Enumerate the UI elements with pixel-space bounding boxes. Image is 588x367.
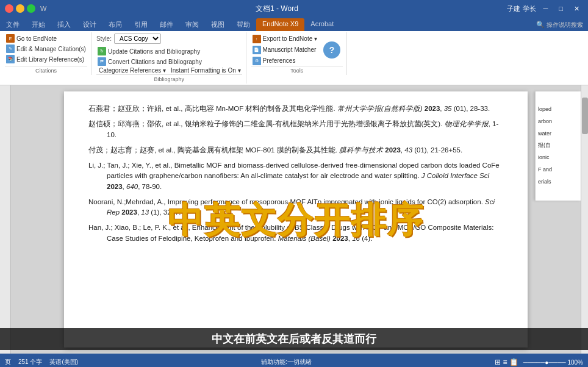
page-count: 页	[5, 358, 11, 366]
ref-item: Noorani, N.;Mehrdad, A., Improving perfo…	[88, 197, 503, 218]
minimize-btn[interactable]: ─	[540, 5, 552, 12]
status-center: 辅助功能:一切就绪	[261, 358, 312, 366]
bibliography-group: Style: ACS Copy ↻ Update Citations and B…	[94, 32, 246, 84]
tab-insert[interactable]: 插入	[51, 18, 77, 31]
vertical-scrollbar[interactable]	[581, 85, 588, 354]
user-name: 子建 学长	[507, 4, 536, 13]
search-icon: 🔍	[536, 21, 545, 29]
status-bar: 页 251 个字 英语(美国) 辅助功能:一切就绪 ⊞ ≡ 📋 ─────●──…	[0, 354, 588, 367]
edit-manage-citations-label: Edit & Manage Citation(s)	[16, 46, 86, 52]
year-vol: 2023	[425, 105, 440, 112]
accessibility-status: 辅助功能:一切就绪	[261, 358, 312, 366]
instant-format-label: Instant Formatting is On ▾	[171, 67, 241, 74]
manuscript-matcher-btn[interactable]: 📄 Manuscript Matcher	[251, 45, 319, 55]
close-btn[interactable]	[5, 4, 13, 13]
zoom-slider[interactable]: ─────●──── 100%	[523, 359, 583, 366]
snippet: loped	[538, 104, 578, 116]
snippet: 报(自	[538, 140, 578, 152]
manuscript-icon: 📄	[253, 46, 261, 54]
document-area: 石燕君；赵亚欣；许娟, et al., 高比电容 Mn-MOF 材料的制备及其电…	[0, 85, 588, 354]
goto-endnote-label: Go to EndNote	[16, 35, 57, 42]
manuscript-label: Manuscript Matcher	[263, 46, 317, 53]
view-icons: ⊞ ≡ 📋	[495, 358, 518, 366]
edit-library-label: Edit Library Reference(s)	[16, 56, 84, 63]
goto-endnote-btn[interactable]: E Go to EndNote	[5, 34, 87, 43]
window-close-btn[interactable]: ✕	[570, 5, 583, 13]
export-endnote-btn[interactable]: ↑ Export to EndNote ▾	[251, 34, 319, 44]
doc-scroll[interactable]: 石燕君；赵亚欣；许娟, et al., 高比电容 Mn-MOF 材料的制备及其电…	[11, 85, 581, 354]
journal-name: 膜科学与技术	[339, 146, 383, 154]
tab-help[interactable]: 帮助	[231, 18, 256, 31]
tab-mailings[interactable]: 邮件	[154, 18, 179, 31]
snippet: ionic	[538, 152, 578, 164]
convert-citations-btn[interactable]: ⇄ Convert Citations and Bibliography	[96, 57, 242, 66]
max-btn[interactable]	[27, 4, 35, 13]
ref-item: 赵信硕；邱海燕；邵依, et al., 银纳米粒子修饰的二维金属-有机框架纳米片…	[88, 119, 503, 140]
doc-page: 石燕君；赵亚欣；许娟, et al., 高比电容 Mn-MOF 材料的制备及其电…	[64, 91, 528, 347]
min-btn[interactable]	[16, 4, 24, 13]
preferences-label: Preferences	[263, 57, 296, 64]
convert-citations-label: Convert Citations and Bibliography	[108, 59, 202, 65]
citations-buttons: E Go to EndNote ✎ Edit & Manage Citation…	[5, 34, 87, 66]
tab-review[interactable]: 审阅	[179, 18, 205, 31]
ribbon-content: E Go to EndNote ✎ Edit & Manage Citation…	[0, 31, 588, 85]
ref-item: 石燕君；赵亚欣；许娟, et al., 高比电容 Mn-MOF 材料的制备及其电…	[88, 104, 503, 114]
snippet: erials	[538, 176, 578, 188]
restore-btn[interactable]: □	[555, 5, 567, 12]
ref-item: 付茂；赵志育；赵赛, et al., 陶瓷基金属有机框架 MOF-801 膜的制…	[88, 145, 503, 155]
doc-title: 文档1 - Word	[46, 4, 507, 14]
snippet: arbon	[538, 116, 578, 128]
preferences-btn[interactable]: ⚙ Preferences	[251, 56, 319, 66]
preferences-icon: ⚙	[253, 57, 261, 65]
categorize-label: Categorize References ▾	[99, 67, 166, 74]
export-icon: ↑	[253, 35, 261, 43]
update-citations-btn[interactable]: ↻ Update Citations and Bibliography	[96, 46, 242, 56]
scrollbar-thumb[interactable]	[582, 98, 588, 134]
snippet: water	[538, 128, 578, 140]
ribbon: 文件 开始 插入 设计 布局 引用 邮件 审阅 视图 帮助 EndNote X9…	[0, 17, 588, 85]
instant-format-btn[interactable]: Instant Formatting is On ▾	[170, 66, 242, 74]
word-count: 251 个字	[18, 358, 42, 366]
title-bar-left: W	[5, 4, 46, 13]
title-bar-right: 子建 学长 ─ □ ✕	[507, 4, 583, 13]
tab-view[interactable]: 视图	[205, 18, 231, 31]
snippet: F and	[538, 164, 578, 176]
journal-name: 常州大学学报(自然科学版)	[337, 105, 423, 112]
bibliography-group-label: Bibliography	[96, 74, 242, 82]
convert-icon: ⇄	[98, 57, 106, 66]
tools-group-label: Tools	[251, 66, 343, 74]
citations-group: E Go to EndNote ✎ Edit & Manage Citation…	[2, 32, 91, 75]
tab-endnote[interactable]: EndNote X9	[256, 18, 304, 31]
tab-file[interactable]: 文件	[0, 18, 26, 31]
tab-design[interactable]: 设计	[77, 18, 102, 31]
status-right: ⊞ ≡ 📋 ─────●──── 100%	[495, 358, 583, 366]
edit-citations-icon: ✎	[6, 45, 15, 53]
tools-group: ↑ Export to EndNote ▾ 📄 Manuscript Match…	[249, 32, 348, 75]
citations-group-label: Citations	[5, 66, 87, 74]
subtitle-bar: 中文在前英文在后或者反其道而行	[0, 328, 588, 350]
library-icon: 📚	[6, 55, 15, 63]
endnote-icon: E	[6, 34, 15, 43]
edit-manage-citations-btn[interactable]: ✎ Edit & Manage Citation(s)	[5, 44, 87, 54]
app-icon: W	[40, 5, 46, 12]
right-snippets: loped arbon water 报(自 ionic F and erials	[535, 91, 581, 201]
language: 英语(美国)	[49, 358, 78, 366]
update-icon: ↻	[98, 47, 106, 55]
status-left: 页 251 个字 英语(美国)	[5, 358, 78, 366]
edit-library-ref-btn[interactable]: 📚 Edit Library Reference(s)	[5, 54, 87, 64]
tab-references[interactable]: 引用	[128, 18, 154, 31]
style-control: Style: ACS Copy	[96, 34, 242, 44]
help-btn[interactable]: ?	[323, 41, 340, 59]
categorize-btn[interactable]: Categorize References ▾	[98, 66, 167, 74]
update-citations-label: Update Citations and Bibliography	[108, 48, 200, 55]
tools-buttons: ↑ Export to EndNote ▾ 📄 Manuscript Match…	[251, 34, 343, 66]
style-label: Style:	[96, 35, 112, 42]
tab-home[interactable]: 开始	[26, 18, 51, 31]
bibliography-buttons: Style: ACS Copy ↻ Update Citations and B…	[96, 34, 242, 66]
tab-acrobat[interactable]: Acrobat	[304, 18, 340, 31]
title-bar: W 文档1 - Word 子建 学长 ─ □ ✕	[0, 0, 588, 17]
tab-layout[interactable]: 布局	[102, 18, 128, 31]
style-select[interactable]: ACS Copy	[114, 34, 161, 44]
left-ruler	[0, 85, 11, 354]
ribbon-tab-bar: 文件 开始 插入 设计 布局 引用 邮件 审阅 视图 帮助 EndNote X9…	[0, 17, 588, 31]
